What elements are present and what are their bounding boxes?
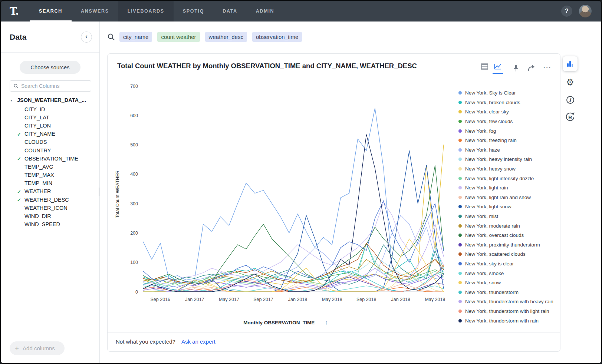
chart-config-button[interactable] <box>563 56 578 71</box>
svg-text:Jan 2017: Jan 2017 <box>185 297 204 302</box>
legend-item[interactable]: New York, fog <box>458 126 557 136</box>
legend-item[interactable]: New York, light rain and snow <box>458 193 557 202</box>
column-clouds[interactable]: CLOUDS <box>1 138 99 146</box>
column-wind_dir[interactable]: WIND_DIR <box>1 212 99 220</box>
column-temp_avg[interactable]: TEMP_AVG <box>1 163 99 171</box>
legend-item[interactable]: New York, haze <box>458 145 557 155</box>
column-city_name[interactable]: ✓CITY_NAME <box>1 130 99 138</box>
column-city_id[interactable]: CITY_ID <box>1 105 99 113</box>
legend-item[interactable]: New York, heavy snow <box>458 164 557 174</box>
legend-item[interactable]: New York, thunderstorm with heavy rain <box>458 297 557 307</box>
legend-item[interactable]: New York, few clouds <box>458 117 557 126</box>
legend-item[interactable]: New York, light rain <box>458 183 557 193</box>
legend-item[interactable]: New York, light snow <box>458 202 557 212</box>
add-columns-button[interactable]: + Add columns <box>10 341 65 355</box>
info-icon[interactable]: i <box>564 93 576 106</box>
legend-dot <box>458 91 462 95</box>
column-country[interactable]: COUNTRY <box>1 146 99 155</box>
collapse-sidebar-button[interactable]: ‹ <box>81 32 92 43</box>
svg-text:Jan 2018: Jan 2018 <box>288 297 307 302</box>
legend-label: New York, light rain <box>465 185 508 191</box>
r-analysis-icon[interactable]: R <box>564 111 576 123</box>
main-content: city_namecount weatherweather_descobserv… <box>100 21 601 364</box>
column-weather_icon[interactable]: WEATHER_ICON <box>1 204 99 212</box>
legend-item[interactable]: New York, thunderstorm with light rain <box>458 307 557 316</box>
column-wind_speed[interactable]: WIND_SPEED <box>1 221 99 229</box>
search-token[interactable]: count weather <box>157 32 200 42</box>
answer-title: Total Count WEATHER by Monthly OBSERVATI… <box>117 62 417 70</box>
chart-view-toggle[interactable] <box>493 62 503 74</box>
legend-item[interactable]: New York, mist <box>458 212 557 221</box>
ask-expert-link[interactable]: Ask an expert <box>181 338 216 345</box>
search-token[interactable]: observation_time <box>252 32 302 42</box>
column-label: WEATHER <box>24 188 51 194</box>
table-node[interactable]: ▾ JSON_WEATHER_DATA_... <box>1 96 99 105</box>
column-weather[interactable]: ✓WEATHER <box>1 188 99 196</box>
share-icon[interactable] <box>527 63 536 73</box>
svg-text:400: 400 <box>130 172 138 177</box>
legend-item[interactable]: New York, proximity thunderstorm <box>458 240 557 250</box>
legend-dot <box>458 300 462 303</box>
thoughtspot-logo[interactable]: T. <box>10 6 19 17</box>
legend-item[interactable]: New York, smoke <box>458 268 557 278</box>
svg-text:Sep 2016: Sep 2016 <box>151 297 171 302</box>
column-weather_desc[interactable]: ✓WEATHER_DESC <box>1 196 99 204</box>
column-city_lon[interactable]: CITY_LON <box>1 122 99 130</box>
more-options-icon[interactable]: ⋯ <box>542 63 552 73</box>
legend-item[interactable]: New York, sky is clear <box>458 259 557 269</box>
legend-item[interactable]: New York, moderate rain <box>458 221 557 231</box>
column-label: WIND_DIR <box>24 213 51 219</box>
legend-item[interactable]: New York, light intensity drizzle <box>458 173 557 183</box>
search-bar[interactable]: city_namecount weatherweather_descobserv… <box>107 31 601 42</box>
legend-dot <box>458 291 462 294</box>
column-label: TEMP_AVG <box>24 164 53 170</box>
nav-item-data[interactable]: DATA <box>213 1 247 21</box>
settings-gear-icon[interactable]: ⚙ <box>564 76 576 89</box>
legend-dot <box>458 139 462 142</box>
legend-item[interactable]: New York, clear sky <box>458 107 557 117</box>
legend-item[interactable]: New York, overcast clouds <box>458 231 557 240</box>
choose-sources-button[interactable]: Choose sources <box>20 61 80 74</box>
legend-dot <box>458 224 462 228</box>
search-token[interactable]: weather_desc <box>205 32 247 42</box>
legend-item[interactable]: New York, scattered clouds <box>458 249 557 259</box>
svg-text:May 2017: May 2017 <box>219 297 239 302</box>
nav-item-answers[interactable]: ANSWERS <box>72 1 118 21</box>
legend-dot <box>458 196 462 199</box>
search-columns-box[interactable] <box>10 80 91 92</box>
line-chart[interactable]: 0100200300400500600700Sep 2016Jan 2017Ma… <box>124 76 447 315</box>
nav-item-search[interactable]: SEARCH <box>30 1 72 21</box>
legend-dot <box>458 158 462 161</box>
column-label: WEATHER_ICON <box>24 205 68 211</box>
svg-text:Jan 2019: Jan 2019 <box>391 297 410 302</box>
legend-item[interactable]: New York, broken clouds <box>458 98 557 107</box>
nav-item-admin[interactable]: ADMIN <box>247 1 283 21</box>
column-observation_time[interactable]: ✓OBSERVATION_TIME <box>1 155 99 163</box>
legend-item[interactable]: New York, Sky is Clear <box>458 88 557 98</box>
search-token[interactable]: city_name <box>119 32 152 42</box>
table-view-toggle[interactable] <box>480 62 490 74</box>
svg-text:100: 100 <box>130 260 138 265</box>
sidebar-header: Data ‹ <box>1 21 99 53</box>
pin-icon[interactable] <box>511 63 521 73</box>
legend-dot <box>458 120 462 123</box>
legend-item[interactable]: New York, snow <box>458 278 557 288</box>
sort-asc-icon[interactable]: ↑ <box>325 319 328 325</box>
footer-question: Not what you expected? <box>116 338 175 345</box>
legend-item[interactable]: New York, freezing rain <box>458 136 557 145</box>
column-label: CITY_LAT <box>24 115 49 120</box>
column-temp_max[interactable]: TEMP_MAX <box>1 171 99 179</box>
legend-dot <box>458 177 462 180</box>
legend-label: New York, proximity thunderstorm <box>465 242 540 248</box>
column-city_lat[interactable]: CITY_LAT <box>1 113 99 122</box>
legend-item[interactable]: New York, thunderstorm <box>458 287 557 297</box>
nav-item-liveboards[interactable]: LIVEBOARDS <box>118 1 174 21</box>
help-button[interactable]: ? <box>561 6 572 17</box>
svg-text:500: 500 <box>130 142 138 148</box>
nav-item-spotiq[interactable]: SPOTIQ <box>174 1 213 21</box>
column-temp_min[interactable]: TEMP_MIN <box>1 179 99 188</box>
legend-item[interactable]: New York, heavy intensity rain <box>458 155 557 164</box>
user-avatar[interactable] <box>579 5 592 17</box>
search-columns-input[interactable] <box>21 83 88 89</box>
legend-item[interactable]: New York, thunderstorm with rain <box>458 316 557 325</box>
